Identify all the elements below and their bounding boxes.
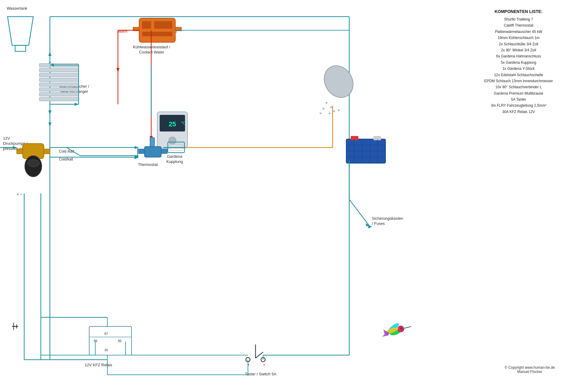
warm-label: Warm (118, 29, 128, 34)
svg-rect-55 (44, 149, 50, 154)
diagram-container: Wassertank Kühlwasserkreislauf /Coolant … (0, 0, 573, 392)
svg-point-47 (330, 106, 332, 108)
svg-line-104 (256, 352, 263, 358)
svg-text:℃: ℃ (181, 121, 186, 125)
svg-point-106 (261, 358, 265, 362)
svg-rect-21 (133, 27, 139, 31)
sicherungskasten-label: Sicherungskasten/ Fuses (372, 216, 403, 226)
svg-rect-30 (160, 115, 185, 131)
relais-label: 12V KFZ Relais (85, 363, 112, 368)
svg-point-111 (389, 327, 402, 337)
svg-rect-15 (39, 97, 79, 101)
relay-num-87: 87 (104, 332, 108, 335)
svg-text:25: 25 (169, 120, 176, 128)
taster-plus-1: + (247, 363, 249, 367)
gardena-kupplung-label: GardenaKupplung (166, 154, 183, 164)
svg-line-113 (404, 326, 411, 328)
svg-rect-19 (163, 21, 172, 29)
cold-kalt-label: Cold /kalt (59, 149, 74, 154)
taster-label: Taster / Switch 5A (245, 372, 276, 377)
svg-rect-72 (346, 139, 386, 163)
svg-rect-35 (150, 138, 155, 147)
svg-point-57 (27, 160, 39, 167)
components-list-title: KOMPONENTEN LISTE: (473, 9, 564, 14)
copyright: © Copyright www.human-be.deManuel FIsche… (505, 365, 555, 374)
svg-marker-85 (368, 225, 372, 228)
relay-num-30: 30 (104, 348, 108, 352)
svg-point-118 (402, 328, 402, 328)
relay-num-86: 86 (94, 339, 97, 343)
svg-rect-29 (157, 112, 187, 148)
components-list-items: Shurflo Trailking 7 Caleffi Thermostat P… (473, 16, 564, 115)
wassertank-label: Wassertank (7, 6, 27, 11)
svg-point-50 (320, 112, 321, 114)
svg-marker-25 (116, 68, 119, 73)
svg-point-51 (338, 109, 340, 111)
relay-num-85: 85 (118, 339, 122, 343)
svg-point-33 (169, 137, 176, 144)
taster-plus-2: + (263, 363, 265, 367)
svg-marker-6 (48, 60, 51, 65)
svg-marker-119 (48, 51, 51, 56)
svg-marker-120 (48, 122, 51, 127)
cold-kalt2-label: Cold/kalt (59, 157, 73, 162)
svg-point-115 (385, 326, 399, 335)
svg-point-49 (333, 110, 335, 112)
svg-rect-11 (39, 78, 79, 82)
svg-line-83 (349, 199, 369, 225)
svg-point-45 (319, 60, 359, 103)
svg-rect-34 (145, 147, 161, 157)
coolant-label: Kühlwasserkreislauf /Coolant Water (133, 45, 170, 55)
svg-rect-10 (39, 73, 79, 77)
svg-marker-68 (50, 63, 54, 66)
cold-engine-label: ←Cold (166, 29, 177, 34)
druckpumpe-label: 12VDruckpumpe /pressure pump (3, 136, 29, 151)
svg-point-52 (329, 112, 330, 114)
svg-marker-84 (365, 223, 369, 227)
svg-rect-44 (170, 144, 182, 151)
plus-minus-label: + − (17, 192, 22, 197)
svg-rect-73 (351, 136, 358, 140)
svg-marker-7 (48, 110, 51, 115)
svg-point-112 (397, 326, 404, 332)
svg-rect-43 (168, 142, 184, 153)
svg-rect-17 (142, 21, 151, 29)
svg-rect-8 (39, 63, 79, 67)
svg-marker-27 (150, 136, 153, 141)
svg-point-114 (386, 322, 400, 335)
svg-point-117 (401, 327, 402, 329)
svg-marker-0 (8, 17, 33, 45)
svg-rect-74 (373, 136, 381, 140)
svg-rect-18 (154, 21, 163, 29)
svg-rect-36 (138, 149, 145, 154)
heat-exchanger-label: Wärmetauscher /Heat exchanger (59, 84, 89, 94)
svg-rect-1 (15, 45, 26, 51)
svg-marker-116 (382, 329, 389, 337)
svg-marker-39 (135, 155, 139, 159)
svg-point-105 (246, 358, 250, 362)
thermostat-label: Thermostat (138, 162, 158, 167)
svg-point-48 (323, 108, 324, 110)
svg-rect-37 (161, 149, 167, 154)
svg-point-56 (25, 156, 42, 177)
svg-marker-70 (75, 103, 79, 106)
svg-rect-9 (39, 68, 79, 72)
components-list: KOMPONENTEN LISTE: Shurflo Trailking 7 C… (473, 9, 564, 115)
svg-marker-65 (135, 146, 138, 149)
svg-point-46 (326, 102, 327, 104)
